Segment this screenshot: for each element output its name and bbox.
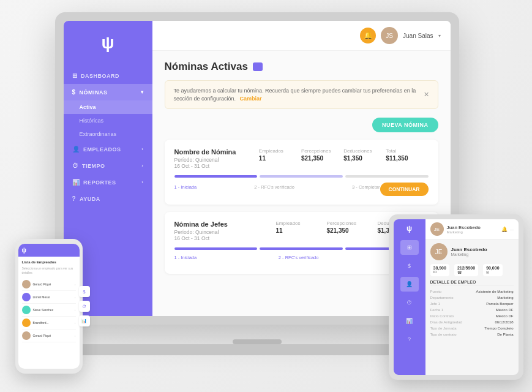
- tablet-emp-name: Juan Escobedo: [451, 247, 487, 252]
- page-title-row: Nóminas Activas: [165, 61, 438, 73]
- phone-employee-name-3: Steve Sanchez: [33, 308, 72, 312]
- nomina-1-deducciones: Deducciones $1,350: [343, 148, 386, 162]
- laptop-notch: [233, 339, 282, 344]
- phone-list-chevron-1: ›: [75, 282, 76, 286]
- sidebar-item-nominas[interactable]: $ NÓMINAS ▾: [64, 84, 152, 100]
- info-banner-close[interactable]: ✕: [424, 91, 429, 99]
- tablet-stat-phone: 212/5900 ☎: [454, 264, 478, 276]
- tablet-logo: ψ: [406, 224, 412, 233]
- phone-employee-avatar-5: [22, 331, 31, 340]
- phone-section-title: Lista de Empleados: [22, 260, 76, 264]
- phone-employee-name-1: Gerard Piqué: [33, 282, 72, 286]
- nominas-icon: $: [72, 89, 76, 96]
- progress-segment-2-1: [174, 247, 258, 250]
- tablet-stat-email: 90,000 ✉: [483, 264, 502, 276]
- tablet-bell-icon[interactable]: 🔔: [501, 227, 508, 232]
- sidebar-item-ayuda[interactable]: ? AYUDA: [64, 190, 152, 207]
- phone-employee-avatar-1: [22, 280, 31, 288]
- phone-list-item-4[interactable]: Brandford... ›: [22, 317, 76, 330]
- notification-bell[interactable]: 🔔: [360, 28, 376, 43]
- phone-list-item-5[interactable]: Gerard Piqué ›: [22, 330, 76, 342]
- phone-side-icon-time[interactable]: ⏱: [79, 301, 90, 312]
- nominas-submenu: Activa Históricas Extraordinarias: [64, 100, 152, 141]
- sidebar-navigation: ⊞ DASHBOARD $ NÓMINAS ▾ Activa: [64, 67, 152, 207]
- nomina-2-title-block: Nómina de Jefes Período: Quincenal 16 Oc…: [174, 221, 276, 241]
- tablet-user-info: Juan Escobedo Marketing: [447, 225, 481, 234]
- scene: ψ ⊞ DASHBOARD $ NÓMINAS ▾: [3, 6, 530, 386]
- tablet-more-icon[interactable]: ⋯: [510, 227, 514, 232]
- phone-list-chevron-4: ›: [75, 321, 76, 325]
- nomina-1-title: Nombre de Nómina: [174, 148, 259, 156]
- activa-label: Activa: [80, 104, 96, 110]
- nomina-1-empleados: Empleados 11: [259, 148, 301, 162]
- sidebar-item-ayuda-label: AYUDA: [80, 196, 100, 202]
- phone-sidebar-icons: $ ⏱ 📊: [79, 286, 90, 326]
- phone-side-icon-dollar[interactable]: $: [79, 286, 90, 297]
- info-banner-link[interactable]: Cambiar: [240, 96, 262, 102]
- sidebar-item-tiempo[interactable]: ⏱ TIEMPO ›: [64, 157, 152, 174]
- nomina-1-total: Total $11,350: [386, 148, 428, 162]
- phone-screen: ψ Lista de Empleados Selecciona un emple…: [18, 244, 80, 369]
- tablet-nav-nominas[interactable]: $: [400, 258, 419, 273]
- topbar: 🔔 JS Juan Salas ▾: [152, 21, 451, 51]
- phone-list-item-2[interactable]: Lionel Messi ›: [22, 291, 76, 304]
- tablet-nav-tiempo[interactable]: ⏱: [400, 295, 419, 310]
- nomina-2-title: Nómina de Jefes: [174, 221, 276, 228]
- sidebar-item-empleados[interactable]: 👤 EMPLEADOS ›: [64, 141, 152, 157]
- reportes-chevron: ›: [141, 179, 143, 185]
- tablet-detail-row-4: Fecha 1 México DF: [430, 307, 514, 313]
- tablet-detail-row-7: Tipo de Jornada Tiempo Completo: [430, 325, 514, 331]
- new-nomina-button[interactable]: NUEVA NÓMINA: [372, 118, 438, 132]
- tablet-detail-row-5: Inicio Contrato México DF: [430, 313, 514, 319]
- tablet-nav-dashboard[interactable]: ⊞: [400, 240, 419, 255]
- nomina-card-1: Nombre de Nómina Período: Quincenal 16 O…: [165, 140, 438, 205]
- bell-icon: 🔔: [364, 31, 373, 40]
- tablet-topbar-right: 🔔 ⋯: [501, 227, 514, 232]
- tablet-stats: 38,900 ID 212/5900 ☎ 90,000 ✉: [430, 264, 514, 276]
- sidebar-item-reportes[interactable]: 📊 REPORTES ›: [64, 174, 152, 190]
- nomina-2-period: Período: Quincenal 16 Oct - 31 Oct: [174, 229, 276, 241]
- user-name: Juan Salas: [403, 32, 433, 39]
- tablet-screen: ψ ⊞ $ 👤 ⏱ 📊 ? JE Juan Escobedo Marketing…: [394, 219, 519, 375]
- info-banner-text: Te ayudaremos a calcular tu nómina. Recu…: [174, 87, 419, 102]
- progress-segment-1: [174, 175, 258, 178]
- sidebar-item-dashboard-label: DASHBOARD: [81, 73, 119, 79]
- tablet-emp-dept: Marketing: [451, 252, 487, 257]
- sidebar-item-historicas[interactable]: Históricas: [64, 114, 152, 127]
- phone-list-item-1[interactable]: Gerard Piqué ›: [22, 278, 76, 291]
- nomina-1-progress-labels: 1 - Iniciada 2 - RFC's verificado 3 - Co…: [174, 184, 380, 190]
- tablet-detail-row-3: Jefe 1 Pamela Becquer: [430, 301, 514, 307]
- empleados-chevron: ›: [141, 146, 143, 152]
- tablet-section-title: DETALLE DE EMPLEO: [430, 280, 514, 286]
- ayuda-icon: ?: [72, 195, 77, 202]
- tablet-nav-ayuda[interactable]: ?: [400, 332, 419, 347]
- tablet-emp-details: Juan Escobedo Marketing: [451, 247, 487, 257]
- sidebar-item-activa[interactable]: Activa: [64, 100, 152, 114]
- continuar-button-1[interactable]: CONTINUAR: [380, 183, 429, 196]
- phone-list-item-3[interactable]: Steve Sanchez ›: [22, 304, 76, 317]
- sidebar-item-extraordinarias[interactable]: Extraordinarias: [64, 127, 152, 141]
- nomina-1-title-block: Nombre de Nómina Período: Quincenal 16 O…: [174, 148, 259, 169]
- nomina-1-progress-bar: [174, 175, 429, 178]
- tablet-nav-empleados[interactable]: 👤: [400, 277, 419, 292]
- sidebar-item-nominas-label: NÓMINAS: [80, 89, 108, 96]
- phone-topbar: ψ: [18, 244, 80, 257]
- tablet-sidebar: ψ ⊞ $ 👤 ⏱ 📊 ?: [394, 219, 425, 375]
- reportes-icon: 📊: [72, 179, 80, 186]
- tablet-detail-row-6: Días de Antigüedad 06/12/2018: [430, 319, 514, 325]
- progress-segment-2-2: [260, 247, 343, 250]
- phone-side-icon-chart[interactable]: 📊: [79, 315, 90, 326]
- tablet-user-name: Juan Escobedo: [447, 225, 481, 230]
- nomina-2-percepciones: Percepciones $21,350: [327, 221, 378, 234]
- tablet-stat-id: 38,900 ID: [430, 264, 449, 276]
- tablet-nav-reportes[interactable]: 📊: [400, 314, 419, 328]
- nominas-chevron: ▾: [141, 89, 144, 95]
- tiempo-icon: ⏱: [72, 162, 79, 169]
- phone-content: Lista de Empleados Selecciona un emplead…: [18, 257, 80, 369]
- tablet-main: JE Juan Escobedo Marketing 🔔 ⋯ JE Juan: [425, 219, 519, 375]
- tablet-detail-row-8: Tipo de contrato De Planta: [430, 331, 514, 337]
- tablet-content: JE Juan Escobedo Marketing 38,900 ID 212…: [425, 239, 519, 375]
- user-menu-chevron[interactable]: ▾: [438, 33, 441, 39]
- sidebar-item-dashboard[interactable]: ⊞ DASHBOARD: [64, 67, 152, 84]
- sidebar-item-empleados-label: EMPLEADOS: [83, 146, 121, 153]
